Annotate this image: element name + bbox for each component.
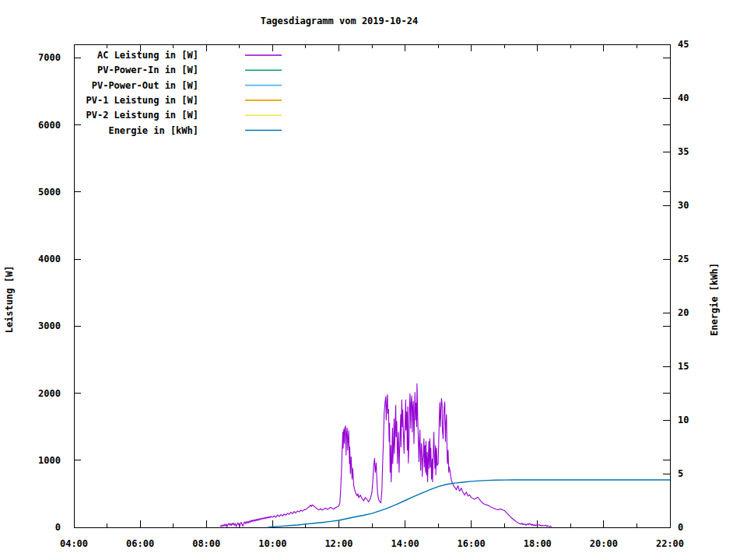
legend-label: PV-Power-Out in [W] bbox=[92, 80, 198, 91]
x-tick-label: 04:00 bbox=[60, 538, 88, 549]
y-axis-label: Leistung [W] bbox=[4, 266, 15, 334]
y-right-tick-label: 15 bbox=[678, 361, 689, 372]
y-right-tick-label: 20 bbox=[678, 307, 689, 318]
y-left-tick-label: 4000 bbox=[38, 254, 61, 264]
y-left-tick-label: 6000 bbox=[38, 120, 61, 131]
y-right-tick-label: 5 bbox=[678, 468, 683, 479]
y-left-tick-label: 3000 bbox=[38, 320, 61, 331]
series-line-ac-leistung-in-w bbox=[220, 383, 552, 527]
y-right-tick-label: 30 bbox=[678, 200, 689, 211]
legend-label: AC Leistung in [W] bbox=[97, 50, 198, 61]
y-right-tick-label: 10 bbox=[678, 415, 689, 425]
y-right-tick-label: 25 bbox=[678, 254, 689, 264]
x-tick-label: 14:00 bbox=[391, 538, 419, 549]
y-left-tick-label: 1000 bbox=[38, 455, 61, 466]
y2-axis-label: Energie [kWh] bbox=[709, 263, 720, 336]
tagesdiagramm-chart: 04:0006:0008:0010:0012:0014:0016:0018:00… bbox=[0, 0, 747, 560]
y-right-tick-label: 35 bbox=[678, 146, 689, 157]
chart-title: Tagesdiagramm vom 2019-10-24 bbox=[261, 16, 418, 26]
y-left-tick-label: 5000 bbox=[38, 187, 61, 198]
x-tick-label: 08:00 bbox=[192, 538, 220, 549]
x-tick-label: 22:00 bbox=[656, 538, 684, 549]
x-tick-label: 12:00 bbox=[324, 538, 352, 549]
legend-label: PV-1 Leistung in [W] bbox=[86, 95, 199, 106]
x-tick-label: 06:00 bbox=[126, 538, 154, 549]
y-right-tick-label: 45 bbox=[678, 39, 689, 50]
y-right-tick-label: 0 bbox=[678, 522, 683, 533]
y-right-tick-label: 40 bbox=[678, 93, 689, 103]
y-left-tick-label: 7000 bbox=[38, 52, 61, 63]
x-tick-label: 10:00 bbox=[258, 538, 286, 549]
legend-label: PV-Power-In in [W] bbox=[97, 65, 198, 75]
x-tick-label: 16:00 bbox=[458, 538, 486, 549]
x-tick-label: 18:00 bbox=[524, 538, 552, 549]
y-left-tick-label: 2000 bbox=[38, 388, 61, 399]
x-tick-label: 20:00 bbox=[590, 538, 618, 549]
legend-label: PV-2 Leistung in [W] bbox=[86, 110, 199, 121]
y-left-tick-label: 0 bbox=[55, 522, 61, 533]
legend-label: Energie in [kWh] bbox=[108, 125, 198, 136]
series-line-energie-in-kwh bbox=[268, 480, 670, 527]
chart-canvas: 04:0006:0008:0010:0012:0014:0016:0018:00… bbox=[0, 0, 747, 560]
